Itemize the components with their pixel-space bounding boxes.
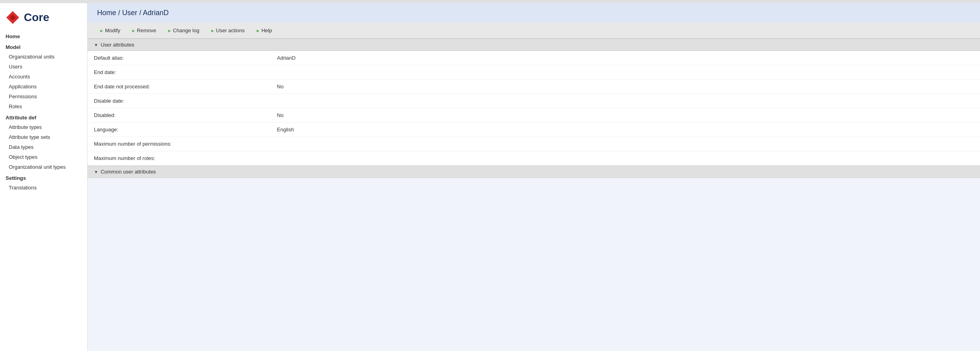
sidebar-item-object-types[interactable]: Object types xyxy=(0,152,87,162)
main-content: Home / User / AdrianD ► Modify ► Remove … xyxy=(88,3,980,351)
change-log-button[interactable]: ► Change log xyxy=(162,26,205,35)
user-actions-label: User actions xyxy=(216,27,245,33)
content-area: ▼ User attributes Default alias: AdrianD… xyxy=(88,39,980,351)
remove-button[interactable]: ► Remove xyxy=(126,26,162,35)
modify-label: Modify xyxy=(105,27,120,33)
table-row: End date: xyxy=(88,65,980,80)
help-button[interactable]: ► Help xyxy=(250,26,278,35)
field-label-end-date-not-processed: End date not processed: xyxy=(88,80,271,94)
help-label: Help xyxy=(261,27,272,33)
sidebar-item-permissions[interactable]: Permissions xyxy=(0,92,87,101)
remove-arrow-icon: ► xyxy=(131,28,136,33)
field-label-disable-date: Disable date: xyxy=(88,94,271,108)
field-label-end-date: End date: xyxy=(88,65,271,80)
sidebar-model-header: Model xyxy=(0,41,87,52)
table-row: End date not processed: No xyxy=(88,80,980,94)
table-row: Disabled: No xyxy=(88,108,980,123)
common-user-attributes-collapse-icon[interactable]: ▼ xyxy=(94,170,98,174)
user-attributes-header: ▼ User attributes xyxy=(88,39,980,51)
sidebar-item-data-types[interactable]: Data types xyxy=(0,142,87,152)
sidebar-section-model: Model Organizational units Users Account… xyxy=(0,41,87,111)
field-label-disabled: Disabled: xyxy=(88,108,271,123)
breadcrumb: Home / User / AdrianD xyxy=(88,3,980,23)
sidebar-item-accounts[interactable]: Accounts xyxy=(0,72,87,82)
table-row: Language: English xyxy=(88,123,980,137)
sidebar-item-organizational-units[interactable]: Organizational units xyxy=(0,52,87,62)
sidebar-home[interactable]: Home xyxy=(0,30,87,41)
change-log-arrow-icon: ► xyxy=(168,28,172,33)
field-value-end-date-not-processed: No xyxy=(271,80,980,94)
help-arrow-icon: ► xyxy=(256,28,260,33)
field-value-language: English xyxy=(271,123,980,137)
sidebar-item-translations[interactable]: Translations xyxy=(0,183,87,193)
table-row: Disable date: xyxy=(88,94,980,108)
app-title: Core xyxy=(24,11,49,24)
sidebar-settings-header: Settings xyxy=(0,172,87,183)
table-row: Maximum number of permissions: xyxy=(88,137,980,151)
sidebar-attribute-def-header: Attribute def xyxy=(0,111,87,122)
field-value-max-permissions xyxy=(271,137,980,151)
user-attributes-collapse-icon[interactable]: ▼ xyxy=(94,43,98,47)
sidebar-item-attribute-types[interactable]: Attribute types xyxy=(0,122,87,132)
field-label-default-alias: Default alias: xyxy=(88,51,271,65)
sidebar-logo: Core xyxy=(0,3,87,30)
action-bar: ► Modify ► Remove ► Change log ► User ac… xyxy=(88,23,980,39)
user-attributes-table: Default alias: AdrianD End date: End dat… xyxy=(88,51,980,166)
sidebar: Core Home Model Organizational units Use… xyxy=(0,3,88,351)
common-user-attributes-title: Common user attributes xyxy=(101,169,156,175)
common-user-attributes-header: ▼ Common user attributes xyxy=(88,166,980,178)
top-bar xyxy=(0,0,980,3)
field-label-max-roles: Maximum number of roles: xyxy=(88,151,271,166)
sidebar-item-organizational-unit-types[interactable]: Organizational unit types xyxy=(0,162,87,172)
table-row: Maximum number of roles: xyxy=(88,151,980,166)
modify-button[interactable]: ► Modify xyxy=(94,26,126,35)
remove-label: Remove xyxy=(137,27,156,33)
modify-arrow-icon: ► xyxy=(99,28,104,33)
sidebar-item-attribute-type-sets[interactable]: Attribute type sets xyxy=(0,132,87,142)
user-attributes-title: User attributes xyxy=(101,42,134,48)
field-label-language: Language: xyxy=(88,123,271,137)
change-log-label: Change log xyxy=(173,27,199,33)
field-value-disable-date xyxy=(271,94,980,108)
field-value-end-date xyxy=(271,65,980,80)
user-actions-button[interactable]: ► User actions xyxy=(205,26,250,35)
sidebar-item-users[interactable]: Users xyxy=(0,62,87,72)
field-value-default-alias: AdrianD xyxy=(271,51,980,65)
sidebar-item-roles[interactable]: Roles xyxy=(0,101,87,111)
user-actions-arrow-icon: ► xyxy=(210,28,215,33)
field-label-max-permissions: Maximum number of permissions: xyxy=(88,137,271,151)
app-logo-icon xyxy=(6,10,20,25)
sidebar-section-settings: Settings Translations xyxy=(0,172,87,193)
field-value-max-roles xyxy=(271,151,980,166)
field-value-disabled: No xyxy=(271,108,980,123)
sidebar-item-applications[interactable]: Applications xyxy=(0,82,87,92)
table-row: Default alias: AdrianD xyxy=(88,51,980,65)
sidebar-section-attribute-def: Attribute def Attribute types Attribute … xyxy=(0,111,87,172)
